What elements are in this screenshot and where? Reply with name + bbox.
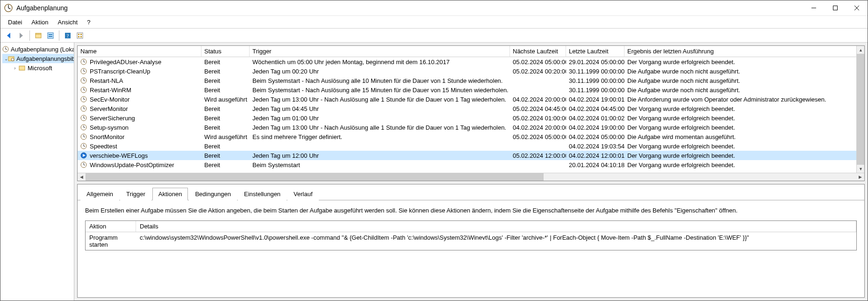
scroll-left-icon[interactable]: ◀ [78,173,86,181]
task-clock-icon [80,124,87,131]
task-next [510,85,566,95]
task-clock-icon [80,162,87,168]
main-pane: Name Status Trigger Nächste Laufzeit Let… [74,43,868,301]
task-last: 30.11.1999 00:00:00 [566,85,624,95]
tab-history[interactable]: Verlauf [287,188,318,200]
svg-rect-10 [80,34,82,35]
tree-microsoft[interactable]: › Microsoft [2,63,74,73]
toolbar-separator [59,30,59,41]
task-result: Die Aufgabe wird momentan ausgeführt. [624,132,864,141]
task-next [510,160,566,169]
properties-button[interactable] [45,30,56,41]
col-details[interactable]: Details [136,221,856,232]
task-status: Bereit [201,66,250,76]
chevron-down-icon[interactable]: ⌄ [4,56,8,61]
horizontal-scrollbar[interactable]: ◀ ▶ [78,173,864,181]
actions-table[interactable]: Aktion Details Programm starten c:\windo… [85,220,857,250]
tab-settings[interactable]: Einstellungen [238,188,287,200]
tree-label: Aufgabenplanung (Lokal) [11,46,74,53]
task-status: Bereit [201,141,250,151]
tree-root[interactable]: Aufgabenplanung (Lokal) [2,44,74,54]
task-result: Die Aufgabe wurde noch nicht ausgeführt. [624,76,864,85]
col-status[interactable]: Status [201,46,250,57]
task-next [510,141,566,151]
task-name: verschiebe-WEFLogs [90,152,148,159]
task-name: WindowsUpdate-PostOptimizer [90,162,174,169]
task-result: Der Vorgang wurde erfolgreich beendet. [624,57,864,66]
task-name: ServerSicherung [90,115,135,122]
col-last[interactable]: Letzte Laufzeit [566,46,624,57]
task-clock-icon [80,87,87,93]
close-button[interactable] [846,0,868,15]
task-last: 04.02.2024 01:00:02 [566,113,624,123]
scroll-right-icon[interactable]: ▶ [856,173,864,181]
menu-help[interactable]: ? [82,17,95,28]
tab-general[interactable]: Allgemein [80,188,119,200]
vertical-scrollbar[interactable]: ▲ ▼ [856,46,864,173]
chevron-right-icon[interactable]: › [12,66,18,71]
refresh-button[interactable] [74,30,86,41]
window-title: Aufgabenplanung [16,4,803,12]
task-status: Wird ausgeführt [201,95,250,104]
task-name: Speedtest [90,143,117,150]
task-result: Der Vorgang wurde erfolgreich beendet. [624,151,864,160]
svg-rect-12 [80,36,82,37]
task-status: Bereit [201,104,250,113]
actions-table-row[interactable]: Programm starten c:\windows\system32\Win… [86,232,856,250]
tree-library[interactable]: ⌄ Aufgabenplanungsbibliothek [2,54,74,63]
task-next: 05.02.2024 00:20:00 [510,66,566,76]
task-last: 20.01.2024 04:10:18 [566,160,624,169]
task-clock-icon [80,115,87,121]
actions-description: Beim Erstellen einer Aufgabe müssen Sie … [85,207,857,214]
col-trigger[interactable]: Trigger [250,46,510,57]
detail-tabs: Allgemein Trigger Aktionen Bedingungen E… [78,184,864,200]
svg-rect-5 [49,36,52,37]
col-name[interactable]: Name [78,46,201,57]
svg-rect-8 [77,33,83,38]
task-status: Bereit [201,160,250,169]
help-button[interactable]: ? [62,30,73,41]
titlebar: Aufgabenplanung [0,0,868,16]
svg-rect-11 [78,36,79,37]
task-name: PSTranscript-CleanUp [90,68,151,75]
task-clock-icon [80,152,87,159]
task-last: 04.02.2024 12:00:01 [566,151,624,160]
task-trigger: Jeden Tag um 12:00 Uhr [250,151,510,160]
menu-file[interactable]: Datei [3,17,27,28]
task-list-pane: Name Status Trigger Nächste Laufzeit Let… [77,45,865,181]
forward-button[interactable] [15,30,27,41]
menu-view[interactable]: Ansicht [53,17,83,28]
tree-label: Aufgabenplanungsbibliothek [16,55,74,62]
task-trigger: Jeden Tag um 04:45 Uhr [250,104,510,113]
task-name: Restart-WinRM [90,87,131,94]
tab-actions[interactable]: Aktionen [152,188,188,200]
scroll-up-icon[interactable]: ▲ [857,46,865,54]
menu-action[interactable]: Aktion [27,17,53,28]
col-action[interactable]: Aktion [86,221,136,232]
task-status: Bereit [201,85,250,95]
task-result: Der Vorgang wurde erfolgreich beendet. [624,160,864,169]
toolbar-separator [29,30,30,41]
task-result: Der Vorgang wurde erfolgreich beendet. [624,113,864,123]
tree-pane[interactable]: Aufgabenplanung (Lokal) ⌄ Aufgabenplanun… [0,43,74,301]
minimize-button[interactable] [803,0,825,15]
maximize-button[interactable] [825,0,846,15]
show-hide-tree-button[interactable] [33,30,44,41]
col-result[interactable]: Ergebnis der letzten Ausführung [624,46,864,57]
task-next: 05.02.2024 01:00:00 [510,113,566,123]
task-last: 04.02.2024 19:03:54 [566,141,624,151]
task-trigger: Beim Systemstart [250,160,510,169]
task-trigger: Jeden Tag um 13:00 Uhr - Nach Auslösung … [250,95,510,104]
tab-conditions[interactable]: Bedingungen [189,188,237,200]
task-clock-icon [80,77,87,84]
body: Aufgabenplanung (Lokal) ⌄ Aufgabenplanun… [0,43,868,301]
col-next[interactable]: Nächste Laufzeit [510,46,566,57]
task-name: Setup-sysmon [90,124,129,131]
scroll-down-icon[interactable]: ▼ [857,165,865,173]
tab-triggers[interactable]: Trigger [120,188,151,200]
task-next: 05.02.2024 12:00:00 [510,151,566,160]
svg-rect-1 [833,6,838,10]
task-next [510,76,566,85]
back-button[interactable] [3,30,14,41]
window-controls [803,0,868,15]
